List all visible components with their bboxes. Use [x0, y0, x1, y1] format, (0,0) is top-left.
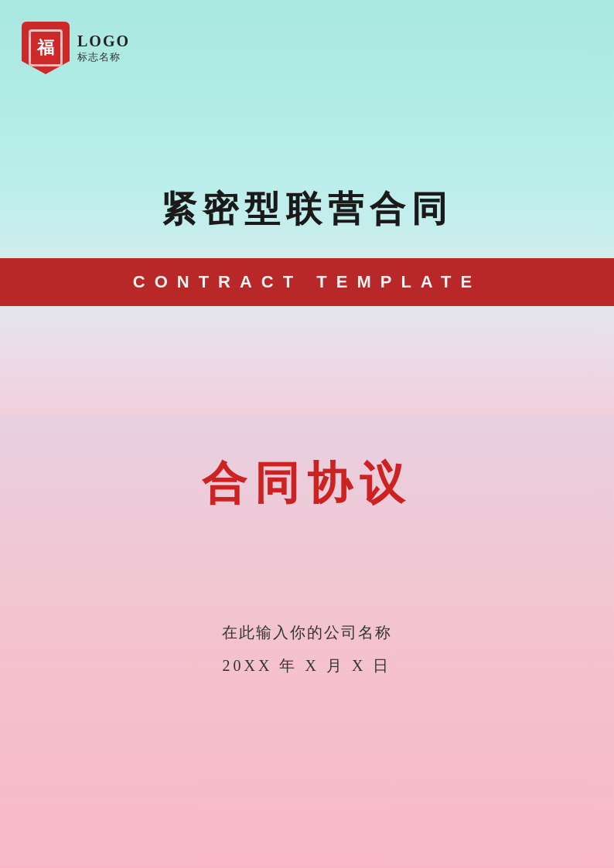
bottom-section: 合同协议 在此输入你的公司名称 20XX 年 X 月 X 日: [0, 415, 614, 869]
logo-icon-char: 福: [37, 36, 54, 60]
top-section: 福 LOGO 标志名称 紧密型联营合同 CONTRACT TEMPLATE: [0, 0, 614, 415]
date-text: 20XX 年 X 月 X 日: [223, 655, 392, 676]
logo-title: LOGO: [77, 32, 130, 50]
red-banner: CONTRACT TEMPLATE: [0, 258, 614, 306]
logo-area: 福 LOGO 标志名称: [22, 22, 130, 74]
logo-subtitle: 标志名称: [77, 50, 130, 64]
logo-icon-inner: 福: [29, 29, 63, 66]
contract-title: 合同协议: [202, 454, 412, 514]
page: 福 LOGO 标志名称 紧密型联营合同 CONTRACT TEMPLATE 合同…: [0, 0, 614, 868]
company-name: 在此输入你的公司名称: [222, 622, 392, 643]
banner-text: CONTRACT TEMPLATE: [133, 272, 481, 292]
logo-icon: 福: [22, 22, 70, 74]
logo-text-block: LOGO 标志名称: [77, 32, 130, 64]
main-chinese-title: 紧密型联营合同: [161, 186, 453, 233]
